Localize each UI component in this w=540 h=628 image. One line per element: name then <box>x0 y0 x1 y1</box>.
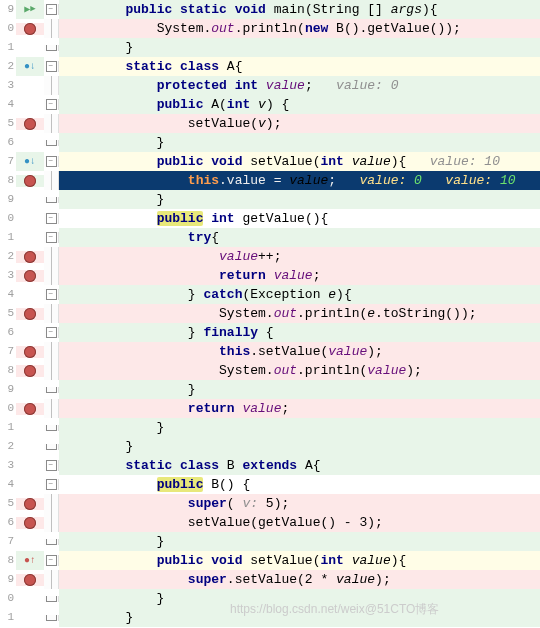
breakpoint-icon[interactable] <box>24 574 36 586</box>
fold-toggle-icon[interactable]: − <box>46 232 57 243</box>
code-line[interactable]: 6 setValue(getValue() - 3); <box>0 513 540 532</box>
code-line[interactable]: 2 } <box>0 437 540 456</box>
code-line[interactable]: 8 System.out.println(value); <box>0 361 540 380</box>
code-text[interactable]: public void setValue(int value){ value: … <box>59 152 540 171</box>
gutter-marker[interactable] <box>16 308 44 320</box>
code-line[interactable]: 1 } <box>0 418 540 437</box>
fold-gutter[interactable] <box>44 171 59 190</box>
fold-gutter[interactable] <box>44 76 59 95</box>
breakpoint-icon[interactable] <box>24 403 36 415</box>
override-down-icon[interactable]: ●↓ <box>24 57 36 76</box>
code-line[interactable]: 1 } <box>0 38 540 57</box>
fold-gutter[interactable]: − <box>44 555 59 566</box>
fold-gutter[interactable] <box>44 114 59 133</box>
breakpoint-icon[interactable] <box>24 251 36 263</box>
code-text[interactable]: public A(int v) { <box>59 95 540 114</box>
code-text[interactable]: super.setValue(2 * value); <box>59 570 540 589</box>
fold-gutter[interactable] <box>44 444 59 450</box>
code-line[interactable]: 6 } <box>0 133 540 152</box>
fold-gutter[interactable] <box>44 361 59 380</box>
code-line[interactable]: 0 System.out.println(new B().getValue())… <box>0 19 540 38</box>
fold-gutter[interactable] <box>44 304 59 323</box>
fold-toggle-icon[interactable]: − <box>46 156 57 167</box>
code-text[interactable]: return value; <box>59 266 540 285</box>
gutter-marker[interactable]: ●↑ <box>16 551 44 570</box>
code-line[interactable]: 2 value++; <box>0 247 540 266</box>
gutter-marker[interactable]: ●↓ <box>16 57 44 76</box>
code-line[interactable]: 1 } <box>0 608 540 627</box>
breakpoint-icon[interactable] <box>24 308 36 320</box>
fold-gutter[interactable]: − <box>44 232 59 243</box>
code-line[interactable]: 2●↓− static class A{ <box>0 57 540 76</box>
code-line[interactable]: 8 this.value = value; value: 0 value: 10 <box>0 171 540 190</box>
code-text[interactable]: } <box>59 190 540 209</box>
code-line[interactable]: 7 this.setValue(value); <box>0 342 540 361</box>
fold-toggle-icon[interactable]: − <box>46 555 57 566</box>
fold-toggle-icon[interactable]: − <box>46 460 57 471</box>
code-line[interactable]: 3− static class B extends A{ <box>0 456 540 475</box>
gutter-marker[interactable] <box>16 118 44 130</box>
fold-gutter[interactable]: − <box>44 99 59 110</box>
code-text[interactable]: } <box>59 38 540 57</box>
code-line[interactable]: 0 } <box>0 589 540 608</box>
code-text[interactable]: System.out.println(new B().getValue()); <box>59 19 540 38</box>
fold-gutter[interactable]: − <box>44 289 59 300</box>
breakpoint-icon[interactable] <box>24 517 36 529</box>
code-text[interactable]: } <box>59 532 540 551</box>
code-text[interactable]: public int getValue(){ <box>59 209 540 228</box>
code-text[interactable]: } <box>59 437 540 456</box>
breakpoint-icon[interactable] <box>24 175 36 187</box>
code-line[interactable]: 4− public B() { <box>0 475 540 494</box>
fold-toggle-icon[interactable]: − <box>46 4 57 15</box>
fold-toggle-icon[interactable]: − <box>46 327 57 338</box>
code-text[interactable]: protected int value; value: 0 <box>59 76 540 95</box>
fold-gutter[interactable]: − <box>44 327 59 338</box>
fold-gutter[interactable] <box>44 387 59 393</box>
fold-gutter[interactable] <box>44 197 59 203</box>
gutter-marker[interactable] <box>16 175 44 187</box>
code-text[interactable]: } <box>59 589 540 608</box>
gutter-marker[interactable]: ●↓ <box>16 152 44 171</box>
gutter-marker[interactable] <box>16 251 44 263</box>
code-line[interactable]: 9 } <box>0 380 540 399</box>
code-line[interactable]: 3 return value; <box>0 266 540 285</box>
fold-gutter[interactable] <box>44 342 59 361</box>
fold-gutter[interactable]: − <box>44 479 59 490</box>
gutter-marker[interactable] <box>16 270 44 282</box>
fold-gutter[interactable] <box>44 513 59 532</box>
code-text[interactable]: setValue(v); <box>59 114 540 133</box>
override-down-icon[interactable]: ●↓ <box>24 152 36 171</box>
code-text[interactable]: static class B extends A{ <box>59 456 540 475</box>
code-line[interactable]: 9▶▶− public static void main(String [] a… <box>0 0 540 19</box>
code-line[interactable]: 0 return value; <box>0 399 540 418</box>
fold-gutter[interactable]: − <box>44 61 59 72</box>
fold-gutter[interactable] <box>44 266 59 285</box>
gutter-marker[interactable] <box>16 346 44 358</box>
fold-toggle-icon[interactable]: − <box>46 61 57 72</box>
fold-gutter[interactable] <box>44 425 59 431</box>
fold-gutter[interactable] <box>44 19 59 38</box>
gutter-marker[interactable] <box>16 403 44 415</box>
breakpoint-icon[interactable] <box>24 346 36 358</box>
fold-toggle-icon[interactable]: − <box>46 213 57 224</box>
code-line[interactable]: 9 super.setValue(2 * value); <box>0 570 540 589</box>
code-line[interactable]: 5 setValue(v); <box>0 114 540 133</box>
code-text[interactable]: } <box>59 608 540 627</box>
fold-toggle-icon[interactable]: − <box>46 479 57 490</box>
fold-gutter[interactable]: − <box>44 213 59 224</box>
fold-gutter[interactable] <box>44 45 59 51</box>
code-line[interactable]: 5 System.out.println(e.toString()); <box>0 304 540 323</box>
code-text[interactable]: } catch(Exception e){ <box>59 285 540 304</box>
fold-gutter[interactable] <box>44 539 59 545</box>
code-text[interactable]: System.out.println(value); <box>59 361 540 380</box>
code-line[interactable]: 0− public int getValue(){ <box>0 209 540 228</box>
code-text[interactable]: static class A{ <box>59 57 540 76</box>
fold-toggle-icon[interactable]: − <box>46 99 57 110</box>
code-line[interactable]: 6− } finally { <box>0 323 540 342</box>
code-line[interactable]: 7●↓− public void setValue(int value){ va… <box>0 152 540 171</box>
code-line[interactable]: 4− public A(int v) { <box>0 95 540 114</box>
code-text[interactable]: } finally { <box>59 323 540 342</box>
fold-gutter[interactable] <box>44 494 59 513</box>
code-line[interactable]: 1− try{ <box>0 228 540 247</box>
code-text[interactable]: System.out.println(e.toString()); <box>59 304 540 323</box>
